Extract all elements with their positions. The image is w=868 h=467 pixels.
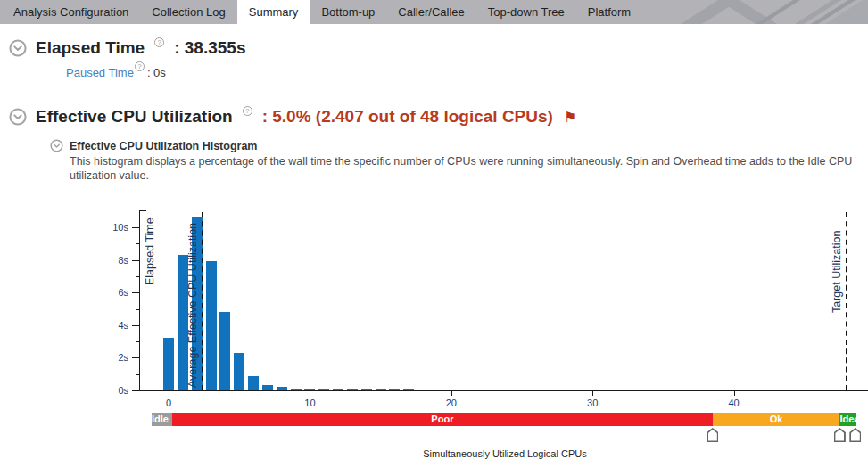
- y-tick: [132, 325, 139, 326]
- tab-analysis-configuration[interactable]: Analysis Configuration: [2, 0, 140, 24]
- target-utilization-line: [846, 212, 847, 390]
- utilization-region-label: Ok: [770, 413, 783, 426]
- utilization-region-label: Poor: [431, 413, 453, 426]
- y-tick: [136, 309, 139, 310]
- histogram-bar: [333, 389, 343, 390]
- y-tick: [132, 292, 139, 293]
- y-tick: [132, 357, 139, 358]
- cpu-utilization-header: Effective CPU Utilization?: 5.0% (2.407 …: [9, 107, 868, 127]
- help-icon[interactable]: ?: [243, 106, 252, 116]
- utilization-slider-handle[interactable]: [834, 428, 846, 442]
- histogram-bar: [389, 389, 400, 390]
- average-effective-cpu-utilization-label: Average Effective CPU Utilization: [186, 223, 199, 388]
- y-tick: [136, 374, 139, 375]
- x-tick-label: 20: [438, 397, 465, 408]
- y-tick-label: 4s: [102, 320, 128, 331]
- help-icon[interactable]: ?: [154, 37, 164, 47]
- y-tick-label: 2s: [102, 352, 128, 363]
- elapsed-time-title: Elapsed Time: [36, 38, 145, 58]
- histogram-bar: [234, 353, 244, 390]
- y-tick: [132, 227, 139, 228]
- utilization-region-idle: Idle: [152, 413, 172, 426]
- x-tick-label: 40: [721, 397, 748, 408]
- utilization-slider-handle[interactable]: [849, 428, 861, 442]
- x-tick: [734, 390, 735, 396]
- x-axis: [134, 390, 868, 391]
- tab-collection-log[interactable]: Collection Log: [140, 0, 236, 24]
- tab-list: Analysis ConfigurationCollection LogSumm…: [0, 0, 642, 24]
- cpu-histogram: 0s2s4s6s8s10s010203040Average Effective …: [9, 206, 868, 466]
- x-tick: [451, 390, 452, 396]
- x-tick-label: 0: [155, 397, 182, 408]
- histogram-bar: [206, 261, 217, 390]
- tab-bar: Analysis ConfigurationCollection LogSumm…: [0, 0, 868, 24]
- histogram-bar: [163, 338, 174, 390]
- target-utilization-label: Target Utilization: [831, 231, 843, 313]
- x-tick: [169, 390, 169, 396]
- histogram-title: Effective CPU Utilization Histogram: [70, 140, 257, 152]
- decorative-chevron-pattern: [681, 0, 868, 24]
- elapsed-time-value: : 38.355s: [174, 38, 245, 58]
- slider-handle-face: [835, 430, 844, 441]
- slider-handle-face: [708, 430, 717, 441]
- flag-icon: ⚑: [564, 109, 576, 126]
- histogram-bar: [403, 389, 414, 390]
- y-tick: [136, 276, 139, 277]
- utilization-region-label: Ideal: [839, 413, 856, 426]
- cpu-utilization-title: Effective CPU Utilization: [36, 107, 233, 127]
- tab-platform[interactable]: Platform: [576, 0, 642, 24]
- tab-bottom-up[interactable]: Bottom-up: [310, 0, 386, 24]
- histogram-bar: [291, 389, 302, 390]
- histogram-bar: [376, 389, 386, 390]
- help-icon[interactable]: ?: [135, 61, 145, 71]
- tab-caller-callee[interactable]: Caller/Callee: [386, 0, 475, 24]
- histogram-subheader: Effective CPU Utilization Histogram: [50, 139, 868, 152]
- x-tick-label: 30: [579, 397, 606, 408]
- y-tick: [136, 243, 139, 244]
- y-tick-label: 8s: [102, 255, 128, 266]
- histogram-bar: [248, 376, 259, 390]
- histogram-bar: [219, 312, 230, 390]
- collapse-chevron-icon[interactable]: [50, 139, 63, 152]
- paused-time-value: : 0s: [147, 66, 166, 79]
- paused-time-link[interactable]: Paused Time: [66, 66, 134, 79]
- tab-summary[interactable]: Summary: [237, 0, 310, 24]
- y-tick: [132, 260, 139, 261]
- slider-handle-face: [851, 430, 860, 441]
- histogram-bar: [262, 385, 273, 390]
- y-tick-label: 10s: [102, 222, 128, 233]
- histogram-description: This histogram displays a percentage of …: [70, 155, 868, 183]
- y-axis-top-cap: [139, 210, 146, 211]
- average-effective-cpu-utilization-line: [202, 212, 203, 390]
- utilization-region-poor: Poor: [172, 413, 713, 426]
- utilization-region-label: Idle: [152, 413, 169, 426]
- histogram-bar: [277, 387, 287, 390]
- x-tick: [310, 390, 310, 396]
- x-tick-label: 10: [296, 397, 323, 408]
- y-axis-title: Elapsed Time: [144, 217, 156, 285]
- y-tick: [132, 390, 139, 391]
- x-tick: [592, 390, 593, 396]
- elapsed-time-header: Elapsed Time?: 38.355s: [9, 38, 868, 58]
- collapse-chevron-icon[interactable]: [9, 39, 27, 57]
- y-tick: [136, 341, 139, 342]
- histogram-bar: [318, 389, 329, 390]
- utilization-region-ok: Ok: [713, 413, 840, 426]
- tab-top-down-tree[interactable]: Top-down Tree: [476, 0, 576, 24]
- collapse-chevron-icon[interactable]: [9, 108, 27, 126]
- utilization-slider-handle[interactable]: [707, 428, 718, 442]
- histogram-bar: [304, 389, 315, 390]
- paused-time-row: Paused Time?: 0s: [66, 66, 868, 79]
- y-axis: [139, 210, 140, 390]
- utilization-region-ideal: Ideal: [839, 413, 856, 426]
- histogram-bar: [361, 389, 372, 390]
- cpu-utilization-value: : 5.0% (2.407 out of 48 logical CPUs): [262, 107, 553, 127]
- y-tick-label: 0s: [102, 385, 128, 396]
- y-tick-label: 6s: [102, 287, 128, 298]
- x-axis-title: Simultaneously Utilized Logical CPUs: [318, 448, 692, 459]
- histogram-bar: [347, 389, 358, 390]
